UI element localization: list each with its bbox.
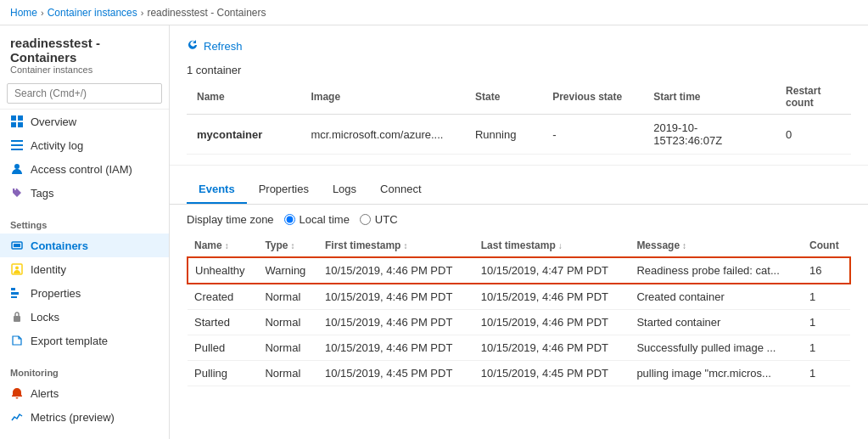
sidebar-item-label: Access control (IAM) [31, 163, 132, 176]
event-message: Created container [630, 284, 803, 310]
svg-rect-12 [11, 288, 15, 290]
sidebar: readinesstest - Containers Container ins… [0, 25, 170, 439]
events-col-last-ts[interactable]: Last timestamp ↓ [474, 234, 630, 257]
event-message: Successfully pulled image ... [630, 335, 803, 361]
sidebar-item-properties[interactable]: Properties [0, 281, 169, 305]
sidebar-item-tags[interactable]: Tags [0, 181, 169, 205]
events-col-count: Count [803, 234, 850, 257]
event-first-ts: 10/15/2019, 4:46 PM PDT [318, 257, 474, 284]
event-type: Normal [258, 284, 318, 310]
event-count: 1 [803, 284, 850, 310]
event-row: Created Normal 10/15/2019, 4:46 PM PDT 1… [188, 284, 850, 310]
sidebar-item-overview[interactable]: Overview [0, 110, 169, 133]
svg-rect-1 [18, 115, 23, 121]
event-count: 1 [803, 335, 850, 361]
sidebar-item-export-template[interactable]: Export template [0, 329, 169, 352]
sidebar-search-wrap [0, 78, 169, 110]
sidebar-item-identity[interactable]: Identity [0, 257, 169, 281]
lock-icon [10, 310, 24, 324]
events-table-wrap: Name ↕ Type ↕ First timestamp ↕ Last tim… [170, 234, 868, 403]
event-name: Pulling [188, 361, 258, 386]
metrics-icon [10, 410, 24, 424]
cell-prevstate: - [542, 115, 643, 155]
sidebar-item-access-control[interactable]: Access control (IAM) [0, 157, 169, 181]
event-first-ts: 10/15/2019, 4:46 PM PDT [318, 310, 474, 335]
export-icon [10, 334, 24, 347]
person-icon [10, 162, 24, 176]
timezone-row: Display time zone Local time UTC [170, 205, 868, 234]
event-message: Started container [630, 310, 803, 335]
cell-name: mycontainer [187, 115, 300, 155]
tab-logs[interactable]: Logs [321, 176, 368, 204]
refresh-icon [187, 39, 199, 53]
event-last-ts: 10/15/2019, 4:46 PM PDT [474, 310, 630, 335]
event-type: Warning [258, 257, 318, 284]
sidebar-title: readinesstest - Containers [10, 36, 159, 65]
bars-icon [10, 286, 24, 300]
events-col-type[interactable]: Type ↕ [258, 234, 318, 257]
sidebar-item-label: Activity log [31, 139, 83, 152]
sidebar-item-label: Alerts [31, 387, 59, 400]
tab-properties[interactable]: Properties [247, 176, 321, 204]
sidebar-item-alerts[interactable]: Alerts [0, 381, 169, 405]
svg-rect-2 [11, 122, 16, 127]
sidebar-item-containers[interactable]: Containers [0, 234, 169, 257]
event-name: Pulled [188, 335, 258, 361]
event-count: 1 [803, 310, 850, 335]
event-last-ts: 10/15/2019, 4:47 PM PDT [474, 257, 630, 284]
breadcrumb-container-instances[interactable]: Container instances [48, 7, 137, 19]
svg-rect-0 [11, 115, 16, 121]
breadcrumb-sep2: › [141, 8, 144, 18]
breadcrumb-home[interactable]: Home [10, 7, 37, 19]
refresh-label: Refresh [204, 40, 243, 53]
cell-state: Running [465, 115, 542, 155]
event-row: Pulled Normal 10/15/2019, 4:46 PM PDT 10… [188, 335, 850, 361]
container-icon [10, 239, 24, 252]
search-input[interactable] [7, 83, 162, 104]
section-label-monitoring: Monitoring [0, 359, 169, 381]
event-name: Started [188, 310, 258, 335]
sidebar-item-label: Metrics (preview) [31, 411, 115, 424]
sidebar-item-label: Locks [31, 311, 59, 324]
event-last-ts: 10/15/2019, 4:46 PM PDT [474, 335, 630, 361]
svg-rect-14 [11, 296, 17, 298]
event-message: Readiness probe failed: cat... [630, 257, 803, 284]
svg-point-11 [15, 267, 19, 270]
event-count: 16 [803, 257, 850, 284]
sidebar-item-label: Properties [31, 287, 81, 300]
radio-utc[interactable]: UTC [360, 213, 398, 226]
event-type: Normal [258, 361, 318, 386]
events-col-first-ts[interactable]: First timestamp ↕ [318, 234, 474, 257]
event-message: pulling image "mcr.micros... [630, 361, 803, 386]
sidebar-item-metrics[interactable]: Metrics (preview) [0, 405, 169, 429]
refresh-button[interactable]: Refresh [187, 36, 243, 57]
sidebar-item-activity-log[interactable]: Activity log [0, 133, 169, 157]
tab-events[interactable]: Events [187, 176, 247, 204]
tag-icon [10, 186, 24, 200]
container-table: Name Image State Previous state Start ti… [187, 80, 851, 155]
event-row: Pulling Normal 10/15/2019, 4:45 PM PDT 1… [188, 361, 850, 386]
timezone-label: Display time zone [187, 213, 274, 226]
identity-icon [10, 262, 24, 276]
tab-connect[interactable]: Connect [368, 176, 433, 204]
section-label-support: Support + troubleshooting [0, 436, 169, 439]
event-type: Normal [258, 310, 318, 335]
col-header-name: Name [187, 80, 300, 115]
event-name: Created [188, 284, 258, 310]
sidebar-subtitle: Container instances [10, 65, 159, 75]
events-col-message[interactable]: Message ↕ [630, 234, 803, 257]
sidebar-item-locks[interactable]: Locks [0, 305, 169, 329]
col-header-state: State [465, 80, 542, 115]
events-col-name[interactable]: Name ↕ [188, 234, 258, 257]
event-first-ts: 10/15/2019, 4:45 PM PDT [318, 361, 474, 386]
content-header: Refresh 1 container Name Image State Pre… [170, 25, 868, 166]
event-count: 1 [803, 361, 850, 386]
sidebar-item-label: Tags [31, 187, 53, 200]
radio-local-time[interactable]: Local time [284, 213, 350, 226]
sidebar-header: readinesstest - Containers Container ins… [0, 25, 169, 78]
svg-rect-6 [11, 149, 23, 150]
col-header-image: Image [300, 80, 465, 115]
sidebar-item-label: Containers [31, 239, 88, 252]
svg-rect-3 [18, 122, 23, 127]
svg-rect-9 [14, 244, 20, 247]
